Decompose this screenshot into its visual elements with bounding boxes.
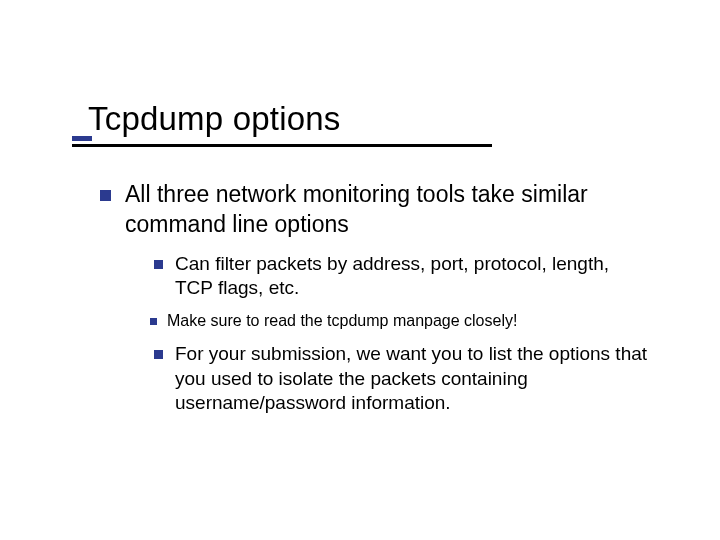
list-item: Make sure to read the tcpdump manpage cl… [150, 311, 650, 332]
square-bullet-icon [100, 190, 111, 201]
bullet-list-level2: For your submission, we want you to list… [154, 342, 650, 416]
content-area: All three network monitoring tools take … [100, 180, 650, 426]
square-bullet-icon [154, 260, 163, 269]
title-block: Tcpdump options [88, 100, 340, 138]
bullet-list-level2: Can filter packets by address, port, pro… [154, 252, 650, 301]
bullet-text: All three network monitoring tools take … [125, 180, 650, 240]
bullet-list-level1: All three network monitoring tools take … [100, 180, 650, 240]
list-item: For your submission, we want you to list… [154, 342, 650, 416]
bullet-text: Make sure to read the tcpdump manpage cl… [167, 311, 517, 332]
title-underline [72, 144, 492, 147]
bullet-list-level3: Make sure to read the tcpdump manpage cl… [150, 311, 650, 332]
square-bullet-icon [150, 318, 157, 325]
bullet-text: Can filter packets by address, port, pro… [175, 252, 650, 301]
bullet-text: For your submission, we want you to list… [175, 342, 650, 416]
list-item: Can filter packets by address, port, pro… [154, 252, 650, 301]
title-accent-bar [72, 136, 92, 141]
slide-title: Tcpdump options [88, 100, 340, 138]
square-bullet-icon [154, 350, 163, 359]
list-item: All three network monitoring tools take … [100, 180, 650, 240]
slide: Tcpdump options All three network monito… [0, 0, 720, 540]
